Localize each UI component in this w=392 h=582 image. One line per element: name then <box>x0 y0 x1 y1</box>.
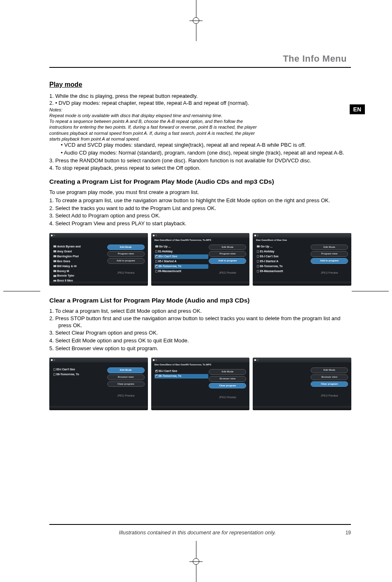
list-item: 09-Massachusett <box>256 269 310 274</box>
edit-mode-button: Edit Mode <box>107 367 145 373</box>
jpeg-preview-label: JPEG Preview <box>107 271 145 275</box>
language-badge: EN <box>350 104 365 114</box>
clear-step-2: 2. Press STOP button first and use the n… <box>49 315 351 329</box>
list-item: 03-I Can't See <box>154 254 209 259</box>
jpeg-preview-label: JPEG Preview <box>209 271 246 275</box>
crop-mark-top <box>189 0 203 41</box>
list-item: 03-I Can't See <box>53 367 107 372</box>
step-4: 4. To stop repeat playback, press repeat… <box>49 165 351 172</box>
edit-mode-button: Edit Mode <box>107 245 145 250</box>
edit-mode-button: Edit Mode <box>209 369 246 375</box>
step-1: 1. While the disc is playing, press the … <box>49 93 351 100</box>
notes-line-1: Repeat mode is only available with discs… <box>49 113 351 118</box>
clear-program-button: Clear program <box>209 383 246 389</box>
list-item: Barrington Phel <box>53 254 107 259</box>
section-create-program-title: Creating a Program List for Program Play… <box>49 178 351 186</box>
list-item: Bill Haley & Hi <box>53 264 107 269</box>
list-item: 05-I Started A <box>154 259 209 264</box>
list-item: 06-Tomorrow, To <box>154 264 209 269</box>
add-to-program-button: Add to program <box>107 258 145 264</box>
jpeg-preview-label: JPEG Preview <box>311 271 348 275</box>
notes-line-3: instructions for entering the two points… <box>49 124 351 130</box>
page-content: Play mode 1. While the disc is playing, … <box>49 81 351 410</box>
page-number: 19 <box>346 530 351 536</box>
screenshot-row-clear: 03-I Can't See 06-Tomorrow, To Edit Mode… <box>49 358 351 410</box>
breadcrumb: Bee Gees/Best of Bee Gee/06-Tomorrow, To… <box>154 239 247 242</box>
chapter-title: The Info Menu <box>283 53 347 64</box>
section-play-mode-title: Play mode <box>49 81 351 89</box>
create-step-4: 4. Select Program View and press PLAY to… <box>49 220 351 227</box>
edit-mode-button: Edit Mode <box>311 245 348 250</box>
header-rule <box>49 67 351 68</box>
list-item: 03-I Can't See <box>256 254 310 259</box>
screenshot-row-create: Anick Byram and Amy Grant Barrington Phe… <box>49 233 351 286</box>
list-item: Amy Grant <box>53 249 107 254</box>
edit-mode-button: Edit Mode <box>311 367 348 373</box>
list-item: 06-Tomorrow, To <box>256 264 310 269</box>
browser-view-button: Browser view <box>311 374 348 380</box>
create-step-3: 3. Select Add to Program option and pres… <box>49 212 351 219</box>
add-to-program-button: Add to program <box>209 258 246 264</box>
jpeg-preview-label: JPEG Preview <box>107 394 145 397</box>
browser-view-button: Browser view <box>209 376 246 382</box>
footer-text: Illustrations contained in this document… <box>119 529 276 536</box>
breadcrumb: Bee Gees/Best of Bee Gee <box>256 239 348 242</box>
list-item: 06-Tomorrow, To <box>53 372 107 377</box>
step-2: 2. • DVD play modes: repeat chapter, rep… <box>49 100 351 107</box>
bullet-vcd-svcd: • VCD and SVCD play modes: standard, rep… <box>61 142 351 149</box>
screenshot-clear-3: Edit Mode Browser view Clear program JPE… <box>253 358 351 410</box>
add-to-program-button: Add to program <box>311 258 348 264</box>
program-view-button: Program view <box>209 251 246 257</box>
clear-step-4: 4. Select Edit Mode option and press OK … <box>49 337 351 344</box>
edit-mode-button: Edit Mode <box>209 245 246 250</box>
clear-step-3: 3. Select Clear Program option and press… <box>49 330 351 337</box>
screenshot-create-1: Anick Byram and Amy Grant Barrington Phe… <box>49 233 148 286</box>
screenshot-clear-1: 03-I Can't See 06-Tomorrow, To Edit Mode… <box>49 358 148 410</box>
list-item: Bonnie Tyler <box>53 274 107 278</box>
notes-line-2: To repeat a sequence between points A an… <box>49 118 351 124</box>
notes-line-5: starts playback from point A at normal s… <box>49 136 351 142</box>
notes-label: Notes: <box>49 107 351 113</box>
section-clear-program-title: Clear a Program List for Program Play Mo… <box>49 296 351 305</box>
program-view-button: Program view <box>311 251 348 257</box>
list-item: 06-Tomorrow, To <box>154 374 209 379</box>
clear-step-1: 1. To clear a program list, select Edit … <box>49 308 351 315</box>
list-item: Boney M <box>53 269 107 274</box>
list-item: 01-Holiday <box>256 249 310 254</box>
browser-view-button: Browser view <box>107 374 145 380</box>
breadcrumb: Bee Gees/Best of Bee Gee/06-Tomorrow, To… <box>154 363 247 367</box>
jpeg-preview-label: JPEG Preview <box>311 394 348 397</box>
list-item: 01-Holiday <box>154 249 209 254</box>
list-item: Go Up ... <box>154 245 209 249</box>
screenshot-clear-2: Bee Gees/Best of Bee Gee/06-Tomorrow, To… <box>151 358 250 410</box>
clear-program-button: Clear program <box>311 381 348 387</box>
create-step-1: 1. To create a program list, use the nav… <box>49 197 351 204</box>
crop-mark-right <box>352 285 389 297</box>
crop-mark-left <box>3 285 40 297</box>
step-3: 3. Press the RANDOM button to select ran… <box>49 157 351 164</box>
clear-step-5: 5. Select Browser view option to quit pr… <box>49 345 351 352</box>
jpeg-preview-label: JPEG Preview <box>209 396 246 399</box>
create-intro: To use program play mode, you must first… <box>49 189 351 196</box>
bullet-audio-cd: • Audio CD play modes: Normal (standard)… <box>61 150 351 157</box>
list-item: Go Up ... <box>256 245 310 249</box>
list-item: 09-Massachusett <box>154 269 209 274</box>
crop-mark-bottom <box>189 541 203 582</box>
program-view-button: Program view <box>107 251 145 257</box>
list-item: 03-I Can't See <box>154 369 209 374</box>
list-item: Bee Gees <box>53 259 107 264</box>
list-item: Anick Byram and <box>53 245 107 249</box>
page-footer: Illustrations contained in this document… <box>49 529 351 536</box>
notes-line-4: continues playback at normal speed from … <box>49 130 351 136</box>
screenshot-create-3: Bee Gees/Best of Bee Gee Go Up ... 01-Ho… <box>253 233 351 286</box>
clear-program-button: Clear program <box>107 381 145 387</box>
screenshot-create-2: Bee Gees/Best of Bee Gee/06-Tomorrow, To… <box>151 233 250 286</box>
footer-rule <box>49 524 351 525</box>
create-step-2: 2. Select the tracks you want to add to … <box>49 205 351 212</box>
list-item: 05-I Started A <box>256 259 310 264</box>
